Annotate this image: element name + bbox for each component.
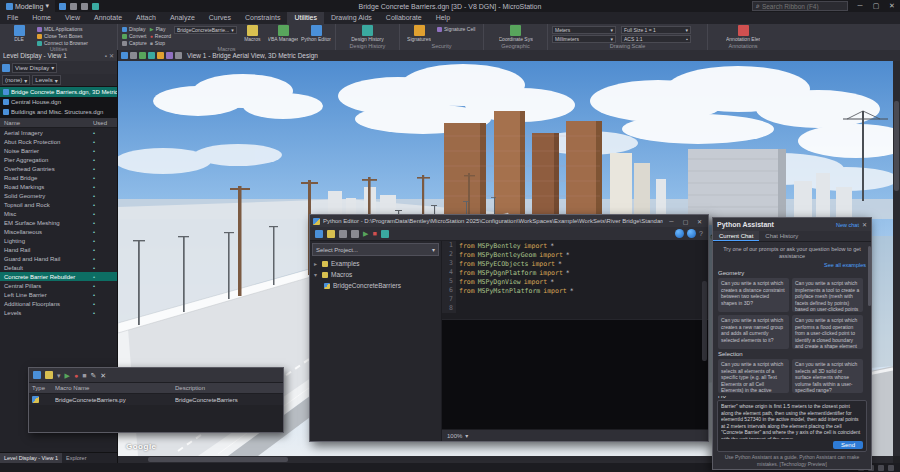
mdl-applications-button[interactable]: MDL Applications [37,26,88,32]
maximize-button[interactable]: ▢ [868,0,884,12]
new-macro-icon[interactable] [33,371,41,379]
filter-none-dropdown[interactable]: (none) ▾ [2,75,30,85]
annotation-elements-button[interactable]: Annotation Elements [715,25,771,42]
tree-item-bridgeconcretebarriers[interactable]: BridgeConcreteBarriers [310,280,441,291]
close-text-boxes-button[interactable]: Close Text Boxes [37,33,88,39]
scrollbar-thumb[interactable] [148,457,288,462]
pin-icon[interactable]: ▪ [105,53,107,59]
stop-icon[interactable]: ■ [82,372,86,379]
close-icon[interactable]: ✕ [862,221,867,228]
maximize-button[interactable]: ▢ [680,218,691,225]
assistant-example-card[interactable]: Can you write a script which selects all… [792,359,863,393]
ribbon-tab[interactable]: Annotate [87,12,129,24]
ribbon-tab[interactable]: Analyze [163,12,202,24]
scrollbar-thumb[interactable] [894,101,899,191]
filter-levels-dropdown[interactable]: Levels ▾ [32,75,60,85]
level-row[interactable]: Topsoil and Rock • [0,200,117,209]
run-icon[interactable]: ▶ [363,230,368,238]
level-row[interactable]: Misc • [0,209,117,218]
close-button[interactable]: ✕ [694,218,705,225]
file-tree-row[interactable]: Buildings and Misc. Structures.dgn [0,107,117,117]
ribbon-tab[interactable]: Help [429,12,457,24]
view-display-dropdown[interactable]: View Display ▾ [12,63,57,73]
chevron-down-icon[interactable]: ▾ [57,372,61,379]
zoom-level[interactable]: 100% [447,433,462,439]
panel-tab[interactable]: Explorer [62,453,90,463]
level-row[interactable]: Solid Geometry • [0,191,117,200]
column-type[interactable]: Type [29,385,55,391]
scale-dropdown[interactable]: Full Size 1 = 1▾ [621,26,691,34]
macro-record-button[interactable]: ●Record [150,33,171,39]
assistant-tab[interactable]: Current Chat [713,231,759,241]
edit-icon[interactable]: ✎ [90,372,96,379]
assistant-scrollbar[interactable] [868,246,871,306]
macro-row[interactable]: BridgeConcreteBarriers.py BridgeConcrete… [29,394,283,405]
see-all-examples-link[interactable]: See all examples [718,262,866,268]
level-row[interactable]: Abut Rock Protection • [0,137,117,146]
tree-item-macros[interactable]: ▾ Macros [310,269,441,280]
level-row[interactable]: Additional Floorplans • [0,299,117,308]
image-convert-button[interactable]: Convert [122,33,147,39]
column-description[interactable]: Description [175,385,283,391]
close-button[interactable]: ✕ [884,0,900,12]
level-row[interactable]: Hand Rail • [0,245,117,254]
ribbon-tab[interactable]: Curves [202,12,238,24]
close-icon[interactable]: ✕ [109,52,114,59]
level-row[interactable]: Concrete Barrier Rebuilder • [0,272,117,281]
level-row[interactable]: Levels • [0,308,117,317]
level-row[interactable]: Miscellaneous • [0,227,117,236]
viewport-vertical-scrollbar[interactable] [893,61,900,456]
subunits-dropdown[interactable]: Millimeters▾ [552,35,616,43]
current-macro-dropdown[interactable]: BridgeConcreteBarrie... ▾ [174,26,237,34]
save-icon[interactable] [339,230,347,238]
level-row[interactable]: Aerial Imagery • [0,128,117,137]
units-dropdown[interactable]: Meters▾ [552,26,616,34]
settings-icon[interactable] [381,230,389,238]
python-editor-button[interactable]: Python Editor [301,25,331,42]
pan-view-icon[interactable] [175,52,182,59]
send-button[interactable]: Send [833,441,863,449]
level-row[interactable]: Central Pillars • [0,281,117,290]
redo-icon[interactable] [81,3,88,10]
level-row[interactable]: Overhead Gantries • [0,164,117,173]
new-chat-link[interactable]: New chat [836,222,859,228]
view-attributes-icon[interactable] [121,52,128,59]
macro-play-button[interactable]: ▶Play [150,26,171,32]
column-used[interactable]: Used [93,120,117,126]
undo-icon[interactable] [70,3,77,10]
level-row[interactable]: Guard and Hand Rail • [0,254,117,263]
selection-set-icon[interactable] [888,465,894,471]
annotation-scale-lock[interactable]: ACS 1:1▪ [621,35,691,43]
record-icon[interactable]: ● [74,372,78,379]
output-console[interactable] [442,319,708,429]
column-macro-name[interactable]: Macro Name [55,385,175,391]
level-row[interactable]: Road Markings • [0,182,117,191]
zoom-in-icon[interactable] [139,52,146,59]
level-row[interactable]: Road Bridge • [0,173,117,182]
signature-cell-button[interactable]: Signature Cell [437,26,475,32]
assistant-toggle-icon[interactable] [675,229,684,238]
level-row[interactable]: Lighting • [0,236,117,245]
search-input[interactable] [762,3,842,10]
ribbon-tab[interactable]: File [0,12,25,24]
level-row[interactable]: Left Line Barrier • [0,290,117,299]
active-level-icon[interactable] [878,465,884,471]
open-file-icon[interactable] [327,230,335,238]
help-icon[interactable]: ? [699,230,703,237]
stop-icon[interactable]: ■ [372,230,376,237]
workspace-selector[interactable]: Modeling ▾ [0,0,55,12]
save-icon[interactable] [59,3,66,10]
panel-tab[interactable]: Level Display - View 1 [0,453,62,463]
file-tree-row[interactable]: Central House.dgn [0,97,117,107]
editor-scrollbar[interactable] [702,281,707,361]
ribbon-tab[interactable]: Utilities [287,12,324,24]
minimize-button[interactable]: ─ [666,218,677,224]
assistant-tab[interactable]: Chat History [759,231,804,241]
assistant-example-card[interactable]: Can you write a script which creates a n… [718,315,789,349]
assistant-example-card[interactable]: Can you write a script which creates a d… [718,278,789,312]
assistant-input-text[interactable]: Barrier" whose origin is first 1.5 meter… [721,403,863,439]
select-project-dropdown[interactable]: Select Project... ▾ [312,243,439,256]
minimize-button[interactable]: ─ [852,0,868,12]
level-row[interactable]: Noise Barrier • [0,146,117,155]
tree-item-examples[interactable]: ▸ Examples [310,258,441,269]
